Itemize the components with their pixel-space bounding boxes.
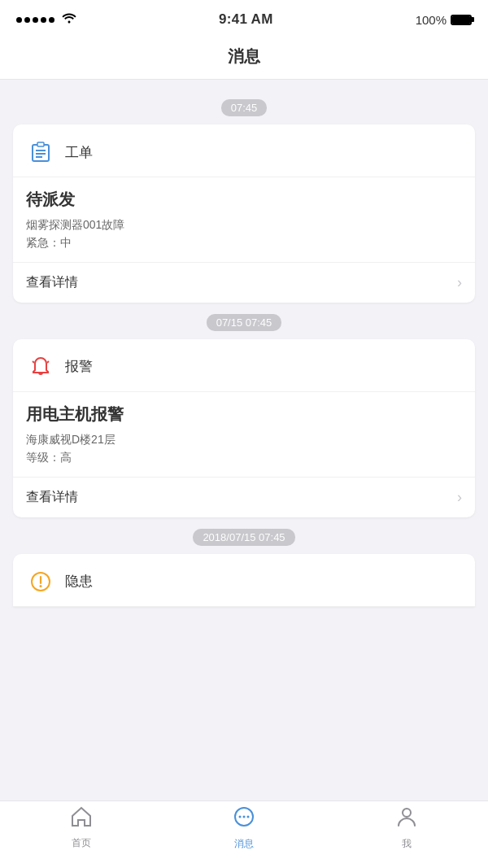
wifi-icon	[62, 12, 76, 27]
svg-rect-0	[33, 145, 49, 161]
page-header: 消息	[0, 36, 488, 80]
card-2-main-title: 用电主机报警	[26, 403, 462, 425]
alarm-icon	[26, 352, 55, 382]
card-1-footer[interactable]: 查看详情 ›	[13, 262, 475, 303]
card-alarm: 报警 用电主机报警 海康威视D楼21层 等级：高 查看详情 ›	[13, 339, 475, 517]
signal-icon	[16, 17, 54, 23]
tab-bar: 首页 消息 我	[0, 800, 488, 868]
tab-home-label: 首页	[72, 836, 91, 850]
card-1-body: 待派发 烟雾探测器001故障 紧急：中	[13, 177, 475, 262]
battery-percent: 100%	[416, 13, 447, 27]
card-2-footer-label: 查看详情	[26, 489, 78, 506]
tab-home[interactable]: 首页	[49, 806, 114, 850]
card-2-desc2: 等级：高	[26, 448, 462, 466]
timestamp-3: 2018/07/15 07:45	[0, 529, 488, 546]
status-left	[16, 12, 76, 27]
card-1-main-title: 待派发	[26, 189, 462, 211]
battery-icon	[451, 15, 472, 25]
svg-line-5	[33, 361, 34, 363]
card-workorder: 工单 待派发 烟雾探测器001故障 紧急：中 查看详情 ›	[13, 124, 475, 303]
person-icon	[395, 805, 418, 834]
card-1-header-title: 工单	[65, 143, 93, 162]
page-title: 消息	[228, 47, 260, 65]
message-icon	[233, 805, 255, 834]
card-2-body: 用电主机报警 海康威视D楼21层 等级：高	[13, 392, 475, 477]
clipboard-icon	[26, 137, 55, 167]
card-1-footer-label: 查看详情	[26, 274, 78, 291]
svg-point-14	[403, 809, 411, 817]
status-right: 100%	[416, 13, 472, 27]
card-2-footer[interactable]: 查看详情 ›	[13, 477, 475, 517]
tab-profile-label: 我	[402, 837, 412, 851]
content: 07:45 工单 待派发 烟雾探测器001故障 紧急：中 查看详情 ›	[0, 80, 488, 672]
status-bar: 9:41 AM 100%	[0, 0, 488, 36]
card-header-3: 隐患	[13, 554, 475, 607]
card-2-desc1: 海康威视D楼21层	[26, 430, 462, 448]
timestamp-1: 07:45	[0, 99, 488, 116]
timestamp-2: 07/15 07:45	[0, 314, 488, 331]
card-hazard: 隐患	[13, 554, 475, 607]
card-header-1: 工单	[13, 124, 475, 177]
chevron-right-icon-2: ›	[457, 489, 462, 506]
chevron-right-icon-1: ›	[457, 274, 462, 291]
warning-icon	[26, 567, 55, 596]
svg-point-9	[40, 585, 42, 587]
svg-rect-1	[37, 142, 44, 146]
card-header-2: 报警	[13, 339, 475, 392]
svg-line-6	[47, 361, 49, 363]
card-1-desc2: 紧急：中	[26, 233, 462, 251]
card-3-header-title: 隐患	[65, 572, 93, 591]
svg-point-12	[243, 816, 246, 818]
tab-profile[interactable]: 我	[374, 805, 439, 851]
tab-messages[interactable]: 消息	[211, 805, 277, 851]
card-1-desc1: 烟雾探测器001故障	[26, 216, 462, 233]
home-icon	[70, 806, 93, 833]
tab-messages-label: 消息	[234, 837, 254, 851]
card-2-header-title: 报警	[65, 357, 93, 376]
svg-point-13	[247, 816, 250, 818]
status-time: 9:41 AM	[219, 11, 273, 28]
svg-point-11	[239, 816, 242, 818]
